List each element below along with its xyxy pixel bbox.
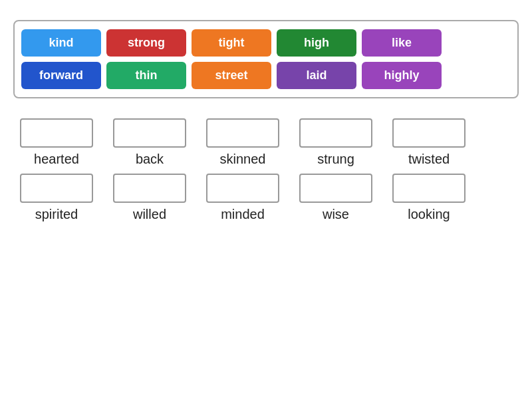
word-tile-street[interactable]: street — [192, 62, 271, 89]
word-tile-laid[interactable]: laid — [277, 62, 356, 89]
suffix-label-twisted: twisted — [408, 152, 450, 167]
answer-item-skinned: skinned — [200, 118, 286, 167]
suffix-label-skinned: skinned — [220, 152, 266, 167]
word-tile-thin[interactable]: thin — [106, 62, 186, 89]
drop-box-looking[interactable] — [392, 174, 466, 203]
suffix-label-strung: strung — [317, 152, 354, 167]
drop-box-spirited[interactable] — [20, 174, 93, 203]
suffix-label-hearted: hearted — [34, 152, 79, 167]
answer-row-2: spiritedwilledmindedwiselooking — [13, 174, 519, 222]
answer-row-1: heartedbackskinnedstrungtwisted — [13, 118, 519, 167]
word-bank: kindstrongtighthighlikeforwardthinstreet… — [13, 20, 519, 98]
drop-box-willed[interactable] — [113, 174, 186, 203]
answer-item-minded: minded — [200, 174, 286, 222]
suffix-label-minded: minded — [221, 207, 265, 222]
word-tile-kind[interactable]: kind — [21, 29, 101, 57]
answer-section: heartedbackskinnedstrungtwisted spirited… — [13, 118, 519, 229]
word-tile-tight[interactable]: tight — [192, 29, 271, 57]
word-tile-like[interactable]: like — [362, 29, 442, 57]
answer-item-looking: looking — [386, 174, 472, 222]
answer-item-back: back — [106, 118, 193, 167]
drop-box-twisted[interactable] — [392, 118, 466, 148]
answer-item-strung: strung — [293, 118, 379, 167]
suffix-label-looking: looking — [408, 207, 450, 222]
drop-box-back[interactable] — [113, 118, 186, 148]
drop-box-skinned[interactable] — [206, 118, 279, 148]
drop-box-minded[interactable] — [206, 174, 279, 203]
drop-box-wise[interactable] — [299, 174, 372, 203]
word-tile-strong[interactable]: strong — [106, 29, 186, 57]
suffix-label-back: back — [136, 152, 164, 167]
word-tile-forward[interactable]: forward — [21, 62, 101, 89]
drop-box-hearted[interactable] — [20, 118, 93, 148]
word-tile-high[interactable]: high — [277, 29, 356, 57]
answer-item-twisted: twisted — [386, 118, 472, 167]
word-tile-highly[interactable]: highly — [362, 62, 442, 89]
suffix-label-wise: wise — [323, 207, 349, 222]
answer-item-willed: willed — [106, 174, 193, 222]
suffix-label-spirited: spirited — [35, 207, 78, 222]
answer-item-wise: wise — [293, 174, 379, 222]
suffix-label-willed: willed — [133, 207, 166, 222]
answer-item-spirited: spirited — [13, 174, 100, 222]
drop-box-strung[interactable] — [299, 118, 372, 148]
answer-item-hearted: hearted — [13, 118, 100, 167]
